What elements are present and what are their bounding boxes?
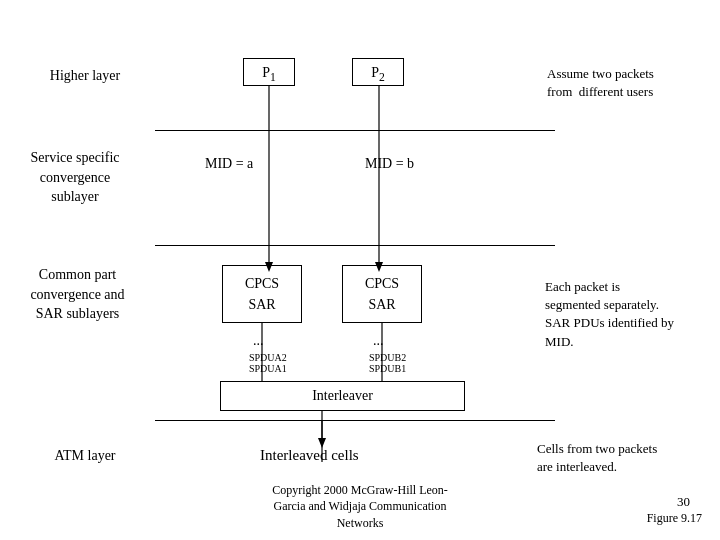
sar-left-label: SAR [248,294,275,315]
page-number-text: 30 [677,494,690,509]
packet-p2: P2 [352,58,404,86]
packet-p1: P1 [243,58,295,86]
label-higher-layer: Higher layer [30,68,140,84]
hline-2 [155,245,555,246]
cpcs-left-label: CPCS [245,273,279,294]
spdub2-label: SPDUB2 [369,352,406,363]
figure-label-text: Figure 9.17 [647,511,702,525]
hline-1 [155,130,555,131]
mid-b-text: MID = b [365,156,414,171]
spdua-dots-text: ... [253,333,264,348]
annotation-bottom: Cells from two packetsare interleaved. [537,440,702,476]
interleaved-cells-text: Interleaved cells [260,447,359,463]
spdua1-text: SPDUA1 [249,363,287,374]
interleaver-box: Interleaver [220,381,465,411]
spdua-dots: ... [253,333,264,349]
annotation-top: Assume two packetsfrom different users [547,65,702,101]
figure-label: Figure 9.17 [647,511,702,526]
footer-line3: Networks [337,516,384,530]
p2-subscript: 2 [379,71,385,84]
interleaver-text: Interleaver [312,389,373,403]
spdub-dots-text: ... [373,333,384,348]
diagram-container: Higher layer Service specificconvergence… [0,0,720,540]
cpcs-sar-right: CPCS SAR [342,265,422,323]
higher-layer-text: Higher layer [50,68,120,83]
label-service-specific: Service specificconvergencesublayer [10,148,140,207]
label-atm-layer: ATM layer [30,448,140,464]
spdua2-label: SPDUA2 [249,352,287,363]
spdub1-label: SPDUB1 [369,363,406,374]
mid-a-label: MID = a [205,156,253,172]
p1-subscript: 1 [270,71,276,84]
spdub-dots: ... [373,333,384,349]
spdua2-text: SPDUA2 [249,352,287,363]
sar-right-label: SAR [368,294,395,315]
interleaved-cells-label: Interleaved cells [260,447,359,464]
footer: Copyright 2000 McGraw-Hill Leon- Garcia … [0,482,720,532]
mid-b-label: MID = b [365,156,414,172]
mid-a-text: MID = a [205,156,253,171]
atm-layer-text: ATM layer [54,448,115,463]
page-number: 30 [677,494,690,510]
label-common-part: Common partconvergence andSAR sublayers [10,265,145,324]
cpcs-sar-left: CPCS SAR [222,265,302,323]
cpcs-right-label: CPCS [365,273,399,294]
footer-copyright: Copyright 2000 McGraw-Hill Leon- [272,483,448,497]
annotation-middle: Each packet issegmented separately.SAR P… [545,278,710,351]
spdub1-text: SPDUB1 [369,363,406,374]
hline-3 [155,420,555,421]
spdua1-label: SPDUA1 [249,363,287,374]
spdub2-text: SPDUB2 [369,352,406,363]
footer-line2: Garcia and Widjaja Communication [274,499,447,513]
